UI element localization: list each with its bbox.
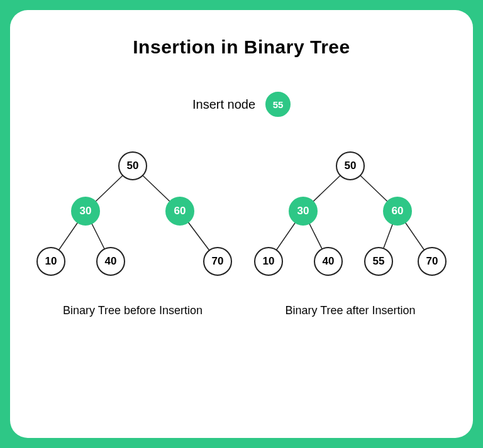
diagram-panel: Insertion in Binary Tree Insert node 55 … <box>10 10 473 438</box>
node-l2-a: 10 <box>254 247 283 276</box>
insert-label: Insert node <box>192 97 255 112</box>
node-l2-c: 55 <box>364 247 393 276</box>
page-title: Insertion in Binary Tree <box>25 36 458 58</box>
tree-after-caption: Binary Tree after Insertion <box>285 304 415 317</box>
tree-before-stage: 50 30 60 10 40 70 <box>29 148 236 293</box>
node-l1-left: 30 <box>289 197 318 226</box>
tree-after: 50 30 60 10 40 55 70 Binary Tree after I… <box>247 148 454 317</box>
node-root: 50 <box>336 151 365 180</box>
node-l1-right: 60 <box>165 197 194 226</box>
node-l2-b: 40 <box>96 247 125 276</box>
insert-node: 55 <box>265 92 291 117</box>
node-l2-a: 10 <box>36 247 65 276</box>
tree-before: 50 30 60 10 40 70 Binary Tree before Ins… <box>29 148 236 317</box>
node-l2-d: 70 <box>203 247 232 276</box>
node-l1-right: 60 <box>383 197 412 226</box>
tree-before-caption: Binary Tree before Insertion <box>63 304 203 317</box>
node-l2-d: 70 <box>418 247 447 276</box>
node-l2-b: 40 <box>314 247 343 276</box>
node-root: 50 <box>118 151 147 180</box>
node-l1-left: 30 <box>71 197 100 226</box>
tree-container: 50 30 60 10 40 70 Binary Tree before Ins… <box>25 148 458 317</box>
insert-row: Insert node 55 <box>25 92 458 117</box>
tree-after-stage: 50 30 60 10 40 55 70 <box>247 148 454 293</box>
